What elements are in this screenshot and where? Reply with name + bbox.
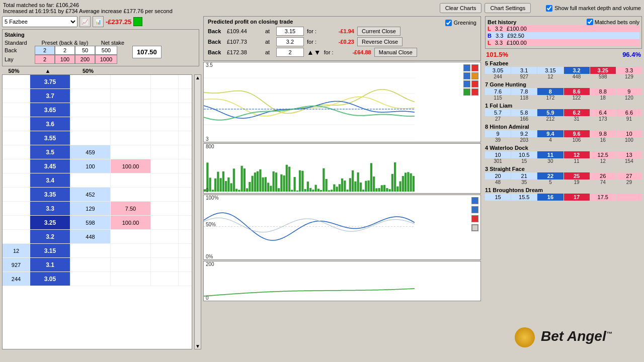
runner-price[interactable]: 6.2 xyxy=(564,109,590,116)
runner-price[interactable]: 20 xyxy=(485,172,511,179)
ladder-price[interactable]: 3.6 xyxy=(30,117,70,131)
runner-price[interactable]: 16 xyxy=(537,194,563,201)
back-preset3-input[interactable] xyxy=(95,46,117,55)
ladder-price[interactable]: 3.1 xyxy=(30,258,70,272)
ladder-lay-amt[interactable] xyxy=(111,244,151,257)
ladder-price[interactable]: 3.75 xyxy=(30,75,70,88)
runner-price[interactable]: 9.8 xyxy=(590,130,616,137)
table-row[interactable]: 3.75 xyxy=(3,75,192,89)
ladder-lay-amt[interactable] xyxy=(111,75,151,88)
runner-price[interactable]: 10 xyxy=(616,130,642,137)
runner-price[interactable]: 27 xyxy=(616,172,642,179)
ladder-back-vol[interactable] xyxy=(3,159,30,173)
ladder-vol[interactable] xyxy=(70,117,111,131)
table-row[interactable]: 927 3.1 xyxy=(3,258,192,272)
profit-price-input-1[interactable] xyxy=(276,37,304,46)
lay-preset3-input[interactable] xyxy=(95,55,117,64)
price-spinner-2[interactable]: ▲▼ xyxy=(307,48,321,56)
runner-price[interactable]: 9 xyxy=(616,88,642,95)
profit-price-input-2[interactable] xyxy=(276,48,304,57)
ladder-lay-amt[interactable] xyxy=(111,89,151,103)
runner-price[interactable]: 17.5 xyxy=(590,194,616,201)
runner-price[interactable]: 3.05 xyxy=(485,67,511,74)
ladder-lay-amt[interactable] xyxy=(111,258,151,272)
runner-price[interactable]: 26 xyxy=(590,172,616,179)
ladder-vol[interactable] xyxy=(70,89,111,103)
runner-price[interactable]: 9.2 xyxy=(511,130,537,137)
ladder-lay-amt[interactable] xyxy=(111,145,151,159)
chart-settings-button[interactable]: Chart Settings xyxy=(485,3,531,13)
ladder-vol[interactable] xyxy=(70,272,111,286)
ladder-price[interactable]: 3.05 xyxy=(30,272,70,286)
table-row[interactable]: 3.55 xyxy=(3,131,192,145)
clear-charts-button[interactable]: Clear Charts xyxy=(440,3,482,13)
ladder-price[interactable]: 3.55 xyxy=(30,131,70,145)
ladder-vol[interactable] xyxy=(70,244,111,257)
runner-price[interactable]: 21 xyxy=(511,172,537,179)
runner-price[interactable]: 8 xyxy=(537,88,563,95)
ladder-back-vol[interactable] xyxy=(3,103,30,117)
table-row[interactable]: 3.65 xyxy=(3,103,192,117)
ladder-price[interactable]: 3.2 xyxy=(30,230,70,243)
horse-select[interactable]: 5 Fazbee xyxy=(2,16,77,27)
runner-price[interactable]: 12.5 xyxy=(590,151,616,158)
ladder-price[interactable]: 3.5 xyxy=(30,145,70,159)
runner-price[interactable]: 3.1 xyxy=(511,67,537,74)
greening-checkbox[interactable] xyxy=(445,20,452,26)
ladder-container[interactable]: 3.75 3.7 3.65 3.6 3.55 3.5 459 3.45 xyxy=(2,74,192,349)
table-row[interactable]: 244 3.05 xyxy=(3,272,192,286)
lay-preset2-input[interactable] xyxy=(75,55,95,64)
table-row[interactable]: 3.5 459 xyxy=(3,145,192,159)
runner-price[interactable]: 8.6 xyxy=(564,88,590,95)
ladder-vol[interactable] xyxy=(70,75,111,88)
ladder-back-vol[interactable] xyxy=(3,188,30,201)
back-preset1-input[interactable] xyxy=(55,46,75,55)
ladder-back-vol[interactable] xyxy=(3,117,30,131)
ladder-vol[interactable] xyxy=(70,103,111,117)
lay-standard-input[interactable] xyxy=(35,55,55,64)
runner-price[interactable]: 5.8 xyxy=(511,109,537,116)
table-row[interactable]: 3.45 100 100.00 xyxy=(3,159,192,173)
ladder-back-vol[interactable] xyxy=(3,173,30,187)
depth-volume-checkbox[interactable] xyxy=(546,5,552,12)
table-row[interactable]: 3.3 129 7.50 xyxy=(3,202,192,216)
bar-chart-icon-btn[interactable]: 📊 xyxy=(93,16,104,27)
ladder-lay-amt[interactable] xyxy=(111,117,151,131)
ladder-back-vol[interactable] xyxy=(3,202,30,215)
ladder-back-vol[interactable]: 244 xyxy=(3,272,30,286)
runner-price[interactable]: 5.9 xyxy=(537,109,563,116)
ladder-vol[interactable]: 598 xyxy=(70,216,111,229)
runner-price[interactable]: 15 xyxy=(485,194,511,201)
runner-price[interactable]: 17 xyxy=(564,194,590,201)
ladder-scroll-up[interactable] xyxy=(195,75,200,80)
ladder-price[interactable]: 3.4 xyxy=(30,173,70,187)
ladder-lay-amt[interactable] xyxy=(111,230,151,243)
runner-price[interactable]: 12 xyxy=(564,151,590,158)
ladder-lay-amt[interactable]: 100.00 xyxy=(111,216,151,229)
runner-price[interactable]: 13 xyxy=(616,151,642,158)
back-standard-input[interactable] xyxy=(35,46,55,55)
runner-price[interactable]: 10.5 xyxy=(511,151,537,158)
ladder-price[interactable]: 3.15 xyxy=(30,244,70,257)
ladder-scroll-down[interactable] xyxy=(195,343,200,349)
runner-price[interactable]: 8.8 xyxy=(590,88,616,95)
runner-price[interactable]: 3.25 xyxy=(590,67,616,74)
runner-price[interactable]: 11 xyxy=(537,151,563,158)
table-row[interactable]: 3.7 xyxy=(3,89,192,103)
runner-price[interactable]: 6.6 xyxy=(616,109,642,116)
runner-price[interactable]: 7.8 xyxy=(511,88,537,95)
ladder-vol[interactable]: 448 xyxy=(70,230,111,243)
runner-price[interactable]: 6.4 xyxy=(590,109,616,116)
ladder-vol[interactable]: 100 xyxy=(70,159,111,173)
chart-icon-btn[interactable]: 📈 xyxy=(79,16,91,27)
ladder-price[interactable]: 3.7 xyxy=(30,89,70,103)
ladder-lay-amt[interactable]: 100.00 xyxy=(111,159,151,173)
ladder-lay-amt[interactable] xyxy=(111,188,151,201)
runner-price[interactable] xyxy=(616,194,642,201)
table-row[interactable]: 3.6 xyxy=(3,117,192,131)
ladder-back-vol[interactable] xyxy=(3,145,30,159)
runner-price[interactable]: 25 xyxy=(564,172,590,179)
runner-price[interactable]: 3.15 xyxy=(537,67,563,74)
ladder-price[interactable]: 3.45 xyxy=(30,159,70,173)
ladder-price[interactable]: 3.3 xyxy=(30,202,70,215)
